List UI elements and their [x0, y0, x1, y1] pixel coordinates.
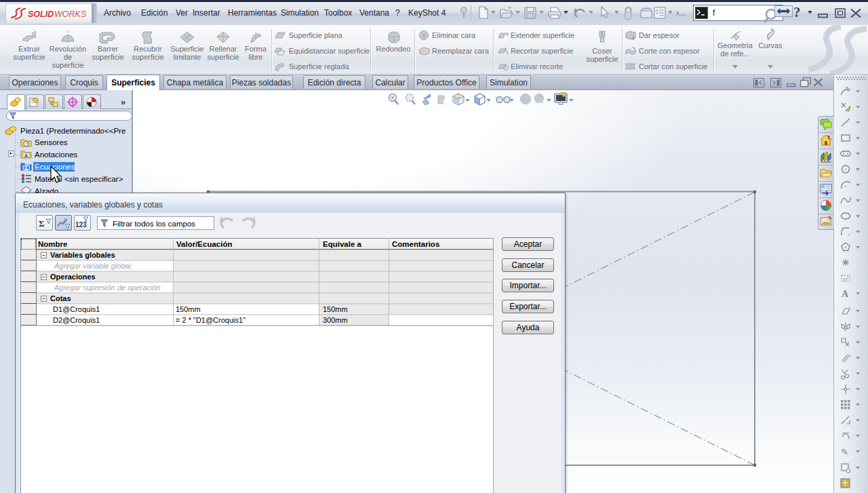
svg-text:A: A	[842, 289, 849, 299]
svg-text:✎: ✎	[841, 447, 848, 457]
